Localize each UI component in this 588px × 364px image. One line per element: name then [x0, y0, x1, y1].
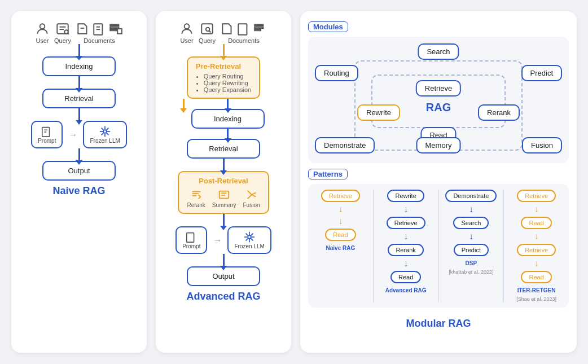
- naive-input-row: User Query: [19, 21, 139, 44]
- adv-left-branch: [183, 99, 185, 109]
- fusion-module: Fusion: [522, 137, 562, 154]
- pattern-iter-arrow3: ↓: [534, 259, 539, 268]
- query-icon-group: Query: [54, 21, 71, 44]
- adv-arrow-2b: [227, 99, 229, 109]
- naive-rag-panel: User Query: [11, 11, 147, 353]
- modules-section: Modules Search Routing: [308, 21, 569, 163]
- main-container: User Query: [0, 0, 588, 364]
- query-label: Query: [54, 37, 71, 44]
- adv-prompt-frozen: Prompt → Frozen LLM: [175, 226, 271, 254]
- pattern-iter-subtitle: [Shao et al. 2023]: [516, 296, 556, 302]
- pre-retrieval-title: Pre-Retrieval: [196, 62, 251, 71]
- adv-arrow-5: [223, 254, 225, 266]
- pre-retrieval-list: Query Routing Query Rewriting Query Expa…: [196, 73, 251, 93]
- pattern-dsp-search: Search: [453, 217, 489, 229]
- adv-frozen-label: Frozen LLM: [234, 243, 264, 249]
- memory-module: Memory: [416, 137, 461, 154]
- patterns-label: Patterns: [308, 169, 348, 179]
- fusion-icon: Fusion: [243, 188, 260, 208]
- user-icon-group: User: [35, 21, 50, 44]
- svg-point-0: [40, 24, 45, 29]
- svg-line-5: [68, 33, 69, 34]
- adv-arrow-2c: [227, 129, 229, 139]
- rerank-icon: Rerank: [187, 188, 205, 208]
- pattern-adv-read: Read: [390, 271, 421, 283]
- search-module: Search: [418, 43, 459, 60]
- adv-right-branch: Indexing: [191, 99, 265, 139]
- modular-content: Modules Search Routing: [308, 21, 569, 313]
- pattern-iter-arrow1: ↓: [534, 205, 539, 214]
- adv-prompt-label: Prompt: [182, 243, 200, 249]
- user-label: User: [36, 37, 49, 44]
- advanced-rag-flow: User Query: [164, 21, 283, 286]
- rewrite-module: Rewrite: [357, 104, 400, 121]
- pattern-naive-retrieve: Retrieve: [321, 190, 360, 202]
- pattern-adv-rerank: Rerank: [388, 244, 423, 256]
- demonstrate-module: Demonstrate: [315, 137, 375, 154]
- pattern-iter-retrieve2: Retrieve: [517, 244, 556, 256]
- arrow-3: [78, 108, 80, 121]
- svg-point-18: [103, 130, 107, 133]
- arrow-1: [78, 44, 80, 56]
- adv-frozen-box: Frozen LLM: [227, 226, 271, 254]
- post-retrieval-title: Post-Retrieval: [187, 177, 260, 185]
- adv-arrow-1: [223, 44, 225, 56]
- documents-label: Documents: [84, 37, 115, 44]
- modular-rag-title: Modular RAG: [406, 318, 471, 330]
- adv-docs-icon: Documents: [220, 21, 267, 44]
- documents-icon-group: Documents: [76, 21, 123, 44]
- adv-arrow-3: [223, 159, 225, 171]
- adv-retrieval-box: Retrieval: [187, 139, 260, 159]
- pattern-iter-retgen: Retrieve ↓ Read ↓ Retrieve ↓ Read ITER-R…: [508, 190, 564, 302]
- pattern-iter-retrieve1: Retrieve: [517, 190, 556, 202]
- rag-label: RAG: [426, 101, 451, 114]
- modules-label: Modules: [308, 21, 348, 32]
- divider-1: [373, 190, 374, 302]
- pattern-adv-rewrite: Rewrite: [387, 190, 424, 202]
- retrieve-module: Retrieve: [416, 80, 461, 97]
- pattern-adv-retrieve: Retrieve: [387, 217, 425, 229]
- post-retrieval-icons: Rerank Summary: [187, 188, 260, 208]
- svg-point-19: [185, 24, 190, 29]
- pattern-adv-arrow1: ↓: [403, 205, 408, 214]
- divider-2: [438, 190, 439, 302]
- patterns-section: Patterns Retrieve ↓ ↓ Read Naive RAG Rew…: [308, 169, 569, 308]
- adv-query-icon: Query: [199, 21, 216, 44]
- pattern-iter-arrow2: ↓: [534, 232, 539, 241]
- arrow-4: [78, 148, 80, 161]
- svg-rect-23: [238, 24, 247, 35]
- pattern-adv-arrow2: ↓: [403, 232, 408, 241]
- pattern-iter-read1: Read: [521, 217, 551, 229]
- adv-arrow-2a: [183, 99, 185, 109]
- divider-3: [503, 190, 504, 302]
- pre-retrieval-box: Pre-Retrieval Query Routing Query Rewrit…: [187, 56, 260, 99]
- pattern-dsp-predict: Predict: [454, 244, 489, 256]
- predict-module: Predict: [521, 65, 562, 81]
- modules-area: Search Routing Predict Retrieve: [308, 37, 569, 163]
- pattern-adv-title: Advanced RAG: [385, 287, 427, 293]
- svg-point-35: [248, 235, 251, 239]
- patterns-area: Retrieve ↓ ↓ Read Naive RAG Rewrite ↓ Re…: [308, 184, 569, 308]
- pattern-advanced-rag: Rewrite ↓ Retrieve ↓ Rerank ↓ Read Advan…: [378, 190, 434, 302]
- advanced-input-row: User Query: [164, 21, 283, 44]
- adv-user-icon: User: [179, 21, 194, 44]
- naive-prompt-frozen: Prompt → Frozen LLM: [31, 121, 127, 148]
- naive-rag-flow: User Query: [19, 21, 139, 181]
- arrow-2: [78, 76, 80, 89]
- pattern-naive-arrow1: ↓: [338, 205, 343, 214]
- naive-prompt-box: Prompt: [31, 121, 63, 148]
- prompt-arrow: →: [68, 130, 77, 140]
- modular-rag-panel: Modules Search Routing: [300, 11, 577, 353]
- pattern-dsp-subtitle: [khattab et al. 2022]: [449, 269, 493, 275]
- pattern-dsp: Demonstrate ↓ Search ↓ Predict DSP [khat…: [444, 190, 499, 302]
- summary-icon: Summary: [212, 188, 236, 208]
- advanced-rag-title: Advanced RAG: [186, 291, 260, 302]
- pattern-naive-title: Naive RAG: [326, 245, 356, 251]
- pattern-dsp-title: DSP: [466, 260, 477, 266]
- pattern-naive-rag: Retrieve ↓ ↓ Read Naive RAG: [313, 190, 368, 302]
- svg-line-22: [209, 31, 211, 33]
- pattern-naive-arrow2: ↓: [338, 217, 343, 226]
- routing-module: Routing: [315, 65, 358, 81]
- svg-point-4: [64, 30, 68, 33]
- pattern-dsp-demonstrate: Demonstrate: [445, 190, 497, 202]
